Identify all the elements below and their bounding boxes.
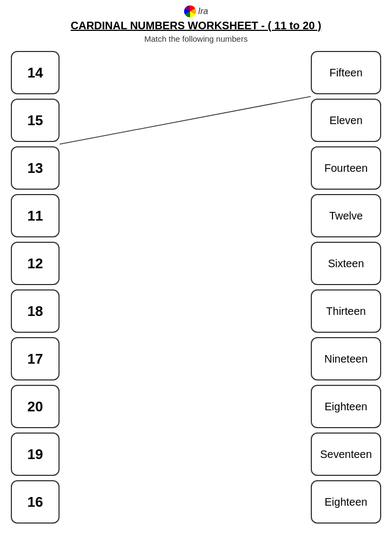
page-header: Ira CARDINAL NUMBERS WORKSHEET - ( 11 to…: [0, 0, 392, 46]
number-box-18: 18: [11, 289, 60, 333]
number-box-13: 13: [11, 146, 60, 190]
word-box-sixteen-4: Sixteen: [311, 242, 381, 285]
page-subtitle: Match the following numbers: [0, 34, 392, 43]
left-column: 14151311121817201916: [11, 51, 60, 524]
number-box-16: 16: [11, 480, 60, 524]
word-box-fourteen-2: Fourteen: [311, 146, 381, 190]
number-box-15: 15: [11, 99, 60, 142]
number-box-12: 12: [11, 242, 60, 285]
word-box-eighteen-7: Eighteen: [311, 385, 381, 428]
logo-icon: [184, 5, 196, 17]
number-box-14: 14: [11, 51, 60, 94]
logo-area: Ira: [0, 5, 392, 17]
svg-line-0: [60, 96, 311, 144]
number-box-11: 11: [11, 194, 60, 237]
word-box-twelve-3: Twelve: [311, 194, 381, 237]
word-box-nineteen-6: Nineteen: [311, 337, 381, 380]
right-column: FifteenElevenFourteenTwelveSixteenThirte…: [311, 51, 381, 524]
number-box-17: 17: [11, 337, 60, 380]
worksheet-body: 14151311121817201916 FifteenElevenFourte…: [11, 51, 381, 539]
number-box-20: 20: [11, 385, 60, 428]
logo-text: Ira: [198, 7, 208, 16]
word-box-eighteen-9: Eighteen: [311, 480, 381, 524]
word-box-seventeen-8: Seventeen: [311, 433, 381, 476]
number-box-19: 19: [11, 433, 60, 476]
word-box-thirteen-5: Thirteen: [311, 289, 381, 333]
page-title: CARDINAL NUMBERS WORKSHEET - ( 11 to 20 …: [0, 20, 392, 32]
word-box-fifteen-0: Fifteen: [311, 51, 381, 94]
word-box-eleven-1: Eleven: [311, 99, 381, 142]
